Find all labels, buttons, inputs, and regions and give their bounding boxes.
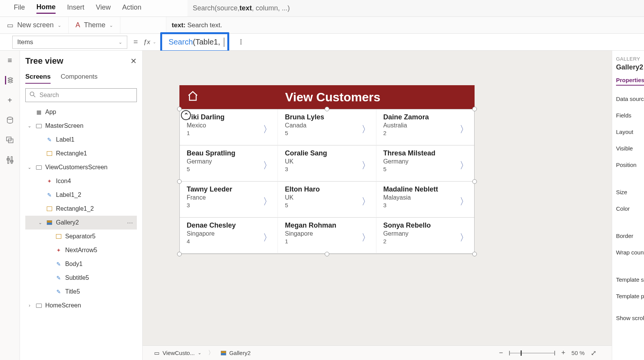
- property-row[interactable]: Color: [616, 205, 640, 212]
- next-arrow-icon[interactable]: 〉: [263, 231, 272, 244]
- property-row[interactable]: Size: [616, 189, 640, 195]
- next-arrow-icon[interactable]: 〉: [361, 231, 371, 244]
- media-icon[interactable]: [6, 136, 14, 144]
- expand-icon[interactable]: ⌄: [38, 220, 43, 225]
- gallery-item-title: Tawny Leeder: [187, 185, 272, 193]
- tree-item[interactable]: ✎Title5: [25, 285, 137, 299]
- ribbon-tab-home[interactable]: Home: [36, 3, 56, 14]
- close-icon[interactable]: ✕: [130, 56, 137, 66]
- expand-icon[interactable]: ⌄: [27, 123, 32, 129]
- next-arrow-icon[interactable]: 〉: [263, 195, 272, 208]
- tree-item-label: ViewCustomersScreen: [45, 164, 107, 171]
- tree-item[interactable]: ›HomeScreen: [25, 299, 137, 312]
- next-arrow-icon[interactable]: 〉: [361, 123, 371, 135]
- ribbon-tab-insert[interactable]: Insert: [67, 3, 84, 13]
- show-scrollbar-label[interactable]: Show scroll: [616, 315, 640, 321]
- property-row[interactable]: Wrap count: [616, 249, 640, 256]
- next-arrow-icon[interactable]: 〉: [263, 159, 272, 172]
- tree-item[interactable]: Separator5: [25, 230, 137, 243]
- next-arrow-icon[interactable]: 〉: [460, 159, 469, 172]
- properties-control-name[interactable]: Gallery2: [616, 63, 640, 71]
- tree-tab-components[interactable]: Components: [61, 73, 97, 84]
- zoom-slider[interactable]: [509, 353, 555, 353]
- screen-icon: ▭: [154, 350, 159, 357]
- fx-label[interactable]: ƒx⌄: [143, 34, 162, 50]
- formula-signature-hint: Search(source, text, column, ...): [187, 0, 644, 17]
- breadcrumb-gallery[interactable]: Gallery2: [221, 350, 251, 356]
- next-arrow-icon[interactable]: 〉: [460, 123, 469, 135]
- expand-icon[interactable]: ›: [27, 303, 32, 308]
- next-arrow-icon[interactable]: 〉: [460, 231, 469, 244]
- ribbon-tab-view[interactable]: View: [96, 3, 111, 13]
- gallery-item[interactable]: Elton HaroUK5〉: [278, 182, 376, 218]
- tree-item-label: Rectangle1: [56, 150, 87, 157]
- property-selector-dropdown[interactable]: Items ⌄: [12, 36, 127, 49]
- tree-item[interactable]: ⌄MasterScreen: [25, 119, 137, 133]
- svg-rect-4: [11, 157, 12, 163]
- gallery-control[interactable]: Viki DarlingMexico1〉Bruna LylesCanada5〉D…: [179, 109, 475, 254]
- property-row[interactable]: Fields: [616, 112, 640, 119]
- advanced-tools-icon[interactable]: [6, 156, 14, 164]
- expand-icon[interactable]: ⌄: [27, 165, 32, 170]
- property-row[interactable]: Data source: [616, 96, 640, 102]
- tree-tab-screens[interactable]: Screens: [25, 73, 51, 84]
- hamburger-icon[interactable]: ≡: [6, 56, 14, 64]
- tree-item[interactable]: ✎Body1: [25, 257, 137, 271]
- gallery-item-title: Viki Darling: [187, 113, 272, 121]
- fit-to-screen-icon[interactable]: ⤢: [591, 349, 596, 357]
- tree-item[interactable]: ✦NextArrow5: [25, 243, 137, 257]
- zoom-in-button[interactable]: +: [561, 349, 565, 357]
- gallery-item[interactable]: Coralie SangUK3〉: [278, 145, 376, 182]
- next-arrow-icon[interactable]: 〉: [361, 195, 371, 208]
- gallery-item-body: 3: [285, 166, 370, 172]
- ribbon-tab-action[interactable]: Action: [122, 3, 141, 13]
- ribbon-tab-file[interactable]: File: [14, 3, 25, 13]
- property-row[interactable]: Template pad: [616, 293, 640, 299]
- property-row[interactable]: Template size: [616, 276, 640, 283]
- gallery-item[interactable]: Tawny LeederFrance3〉: [180, 182, 278, 218]
- tree-item[interactable]: ✎Label1: [25, 133, 137, 147]
- property-row[interactable]: Layout: [616, 129, 640, 135]
- new-screen-button[interactable]: ▭ New screen ⌄: [0, 17, 69, 33]
- next-arrow-icon[interactable]: 〉: [460, 195, 469, 208]
- gallery-item[interactable]: Daine ZamoraAustralia2〉: [376, 109, 474, 145]
- gallery-item[interactable]: Thresa MilsteadGermany5〉: [376, 145, 474, 182]
- tree-item[interactable]: ✎Label1_2: [25, 188, 137, 202]
- gallery-item[interactable]: Viki DarlingMexico1〉: [180, 109, 278, 145]
- property-row[interactable]: Position: [616, 162, 640, 168]
- next-arrow-icon[interactable]: 〉: [361, 159, 371, 172]
- tree-item[interactable]: Rectangle1_2: [25, 202, 137, 216]
- zoom-out-button[interactable]: −: [499, 349, 503, 357]
- property-row[interactable]: Border: [616, 233, 640, 239]
- breadcrumb-screen[interactable]: ▭ ViewCusto... ⌄: [154, 350, 201, 357]
- data-icon[interactable]: [6, 116, 14, 124]
- property-row[interactable]: Visible: [616, 145, 640, 152]
- next-arrow-icon[interactable]: 〉: [263, 123, 272, 135]
- tree-view-icon[interactable]: [5, 76, 13, 84]
- gallery-item[interactable]: Beau SpratlingGermany5〉: [180, 145, 278, 182]
- gallery-item[interactable]: Madaline NeblettMalayasia3〉: [376, 182, 474, 218]
- tree-item[interactable]: ⌄Gallery2⋯: [25, 216, 137, 230]
- more-icon[interactable]: ⋯: [127, 219, 133, 226]
- gallery-item[interactable]: Denae ChesleySingapore4〉: [180, 218, 278, 254]
- formula-bar[interactable]: Search(Table1, I: [162, 34, 644, 50]
- tree-item[interactable]: ▦App: [25, 105, 137, 119]
- gallery-item[interactable]: Megan RohmanSingapore1〉: [278, 218, 376, 254]
- tree-item[interactable]: ✎Subtitle5: [25, 271, 137, 285]
- gallery-item-subtitle: UK: [285, 194, 370, 201]
- gallery-item[interactable]: Sonya RebelloGermany2〉: [376, 218, 474, 254]
- gallery-item-body: 5: [285, 130, 370, 136]
- properties-tab[interactable]: Properties: [616, 77, 644, 86]
- gallery-item[interactable]: Bruna LylesCanada5〉: [278, 109, 376, 145]
- tree-search-input[interactable]: Search: [25, 88, 137, 102]
- palette-icon: A: [76, 21, 80, 29]
- tree-item-label: Body1: [65, 261, 82, 268]
- insert-icon[interactable]: +: [6, 96, 14, 104]
- gallery-item-title: Beau Spratling: [187, 149, 272, 157]
- theme-button[interactable]: A Theme ⌄: [69, 17, 120, 33]
- tree-item[interactable]: ⌄ViewCustomersScreen: [25, 160, 137, 174]
- error-badge-icon[interactable]: ⌃: [181, 110, 191, 120]
- tree-item[interactable]: ✦Icon4: [25, 174, 137, 188]
- home-icon[interactable]: [187, 90, 199, 104]
- tree-item[interactable]: Rectangle1: [25, 147, 137, 160]
